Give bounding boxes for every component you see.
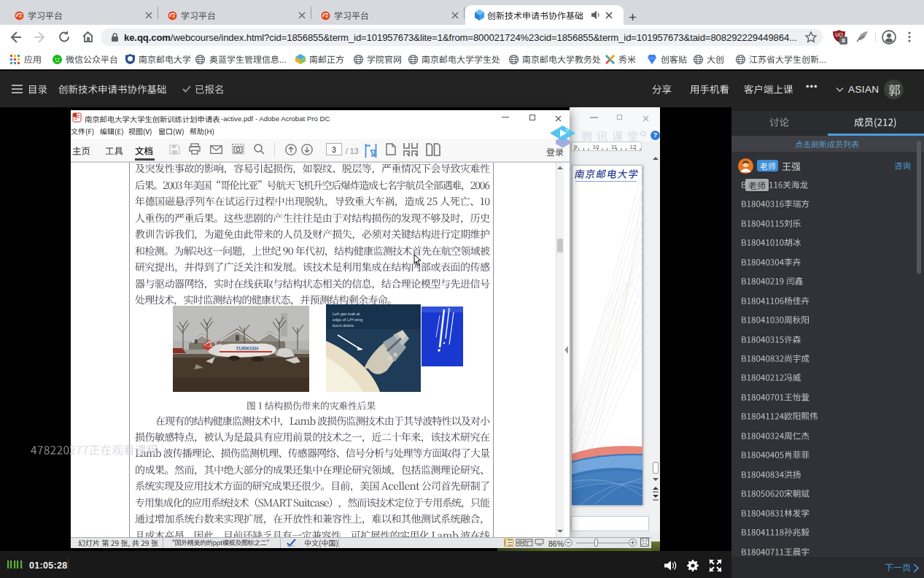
svg-text:Left gas leak at: Left gas leak at [333, 312, 360, 316]
svg-text:edge of L/H wing: edge of L/H wing [333, 317, 362, 322]
svg-text:burnt debris: burnt debris [333, 323, 354, 328]
svg-text:TURKISH: TURKISH [236, 346, 259, 351]
